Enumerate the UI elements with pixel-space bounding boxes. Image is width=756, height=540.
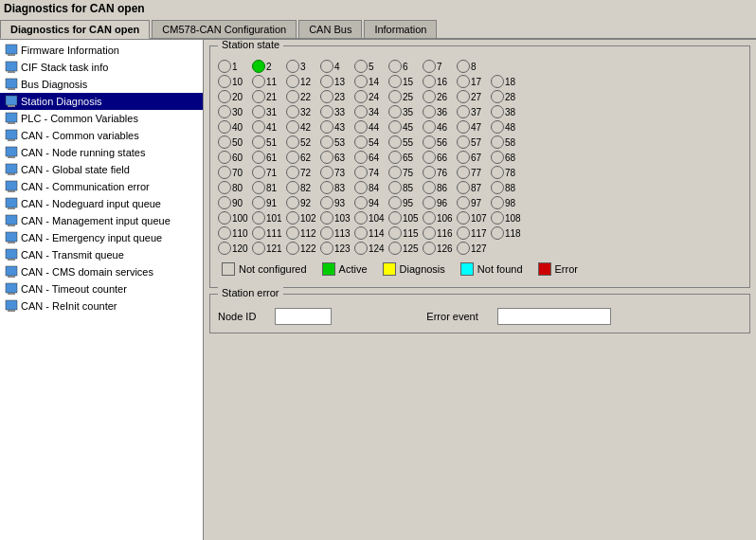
node-item[interactable]: 48 xyxy=(491,120,523,134)
node-item[interactable]: 103 xyxy=(320,211,352,225)
node-item[interactable]: 71 xyxy=(252,166,284,179)
node-item[interactable]: 23 xyxy=(320,90,352,103)
node-item[interactable]: 17 xyxy=(457,75,489,88)
node-item[interactable]: 40 xyxy=(218,120,250,134)
node-item[interactable]: 12 xyxy=(286,75,318,88)
sidebar-item-can-mgmt[interactable]: CAN - Management input queue xyxy=(0,212,203,229)
node-item[interactable]: 75 xyxy=(388,166,421,179)
sidebar-item-can-timeout[interactable]: CAN - Timeout counter xyxy=(0,280,203,297)
node-item[interactable]: 47 xyxy=(457,120,489,134)
sidebar-item-bus-diagnosis[interactable]: Bus Diagnosis xyxy=(0,76,203,93)
node-item[interactable]: 58 xyxy=(491,135,523,149)
node-item[interactable]: 117 xyxy=(457,226,489,240)
node-item[interactable]: 28 xyxy=(491,90,523,103)
sidebar-item-can-common[interactable]: CAN - Common variables xyxy=(0,127,203,144)
node-item[interactable]: 85 xyxy=(388,181,421,194)
sidebar-item-can-node-running[interactable]: CAN - Node running states xyxy=(0,144,203,161)
node-item[interactable]: 66 xyxy=(423,151,455,164)
node-item[interactable]: 105 xyxy=(388,211,421,225)
node-item[interactable]: 110 xyxy=(218,226,250,240)
node-item[interactable]: 84 xyxy=(354,181,387,194)
sidebar-item-station-diagnosis[interactable]: Station Diagnosis xyxy=(0,93,203,110)
node-item[interactable]: 41 xyxy=(252,120,284,134)
node-item[interactable]: 45 xyxy=(388,120,421,134)
node-item[interactable]: 124 xyxy=(354,242,387,255)
node-item[interactable]: 31 xyxy=(252,105,284,118)
node-item[interactable]: 81 xyxy=(252,181,284,194)
node-item[interactable]: 78 xyxy=(491,166,523,179)
node-item[interactable]: 6 xyxy=(388,60,421,73)
node-item[interactable]: 22 xyxy=(286,90,318,103)
node-item[interactable]: 118 xyxy=(491,226,523,240)
node-item[interactable]: 80 xyxy=(218,181,250,194)
tab-diagnostics[interactable]: Diagnostics for CAN open xyxy=(0,20,150,39)
node-item[interactable]: 16 xyxy=(423,75,455,88)
sidebar-item-can-nodeguard[interactable]: CAN - Nodeguard input queue xyxy=(0,195,203,212)
sidebar-item-can-global-state[interactable]: CAN - Global state field xyxy=(0,161,203,178)
node-item[interactable]: 30 xyxy=(218,105,250,118)
node-item[interactable]: 76 xyxy=(423,166,455,179)
node-item[interactable]: 112 xyxy=(286,226,318,240)
node-item[interactable]: 21 xyxy=(252,90,284,103)
node-item[interactable]: 54 xyxy=(354,135,387,149)
node-id-input[interactable] xyxy=(275,308,332,325)
node-item[interactable]: 113 xyxy=(320,226,352,240)
tab-cm578[interactable]: CM578-CAN Configuration xyxy=(152,20,297,38)
node-item[interactable]: 83 xyxy=(320,181,352,194)
node-item[interactable]: 77 xyxy=(457,166,489,179)
node-item[interactable]: 14 xyxy=(354,75,387,88)
node-item[interactable]: 20 xyxy=(218,90,250,103)
node-item[interactable]: 56 xyxy=(423,135,455,149)
sidebar-item-can-emergency[interactable]: CAN - Emergency input queue xyxy=(0,229,203,246)
node-item[interactable]: 3 xyxy=(286,60,318,73)
node-item[interactable]: 116 xyxy=(423,226,455,240)
node-item[interactable]: 106 xyxy=(423,211,455,225)
node-item[interactable]: 43 xyxy=(320,120,352,134)
node-item[interactable]: 52 xyxy=(286,135,318,149)
node-item[interactable]: 126 xyxy=(423,242,455,255)
node-item[interactable]: 11 xyxy=(252,75,284,88)
node-item[interactable]: 35 xyxy=(388,105,421,118)
error-event-input[interactable] xyxy=(497,308,611,325)
node-item[interactable]: 60 xyxy=(218,151,250,164)
sidebar-item-can-transmit[interactable]: CAN - Transmit queue xyxy=(0,246,203,263)
node-item[interactable]: 5 xyxy=(354,60,387,73)
node-item[interactable]: 38 xyxy=(491,105,523,118)
node-item[interactable]: 44 xyxy=(354,120,387,134)
sidebar-item-can-comm-error[interactable]: CAN - Communication error xyxy=(0,178,203,195)
node-item[interactable]: 7 xyxy=(423,60,455,73)
node-item[interactable]: 93 xyxy=(320,196,352,209)
sidebar-item-can-reinit[interactable]: CAN - ReInit counter xyxy=(0,297,203,315)
node-item[interactable]: 63 xyxy=(320,151,352,164)
node-item[interactable]: 26 xyxy=(423,90,455,103)
node-item[interactable]: 70 xyxy=(218,166,250,179)
node-item[interactable]: 10 xyxy=(218,75,250,88)
node-item[interactable]: 72 xyxy=(286,166,318,179)
node-item[interactable]: 50 xyxy=(218,135,250,149)
node-item[interactable]: 123 xyxy=(320,242,352,255)
node-item[interactable]: 120 xyxy=(218,242,250,255)
node-item[interactable]: 115 xyxy=(388,226,421,240)
sidebar-item-can-cms[interactable]: CAN - CMS domain services xyxy=(0,263,203,280)
node-item[interactable]: 100 xyxy=(218,211,250,225)
node-item[interactable]: 104 xyxy=(354,211,387,225)
node-item[interactable]: 88 xyxy=(491,181,523,194)
node-item[interactable]: 107 xyxy=(457,211,489,225)
node-item[interactable]: 64 xyxy=(354,151,387,164)
node-item[interactable]: 74 xyxy=(354,166,387,179)
node-item[interactable]: 34 xyxy=(354,105,387,118)
node-item[interactable]: 111 xyxy=(252,226,284,240)
node-item[interactable]: 95 xyxy=(388,196,421,209)
node-item[interactable]: 65 xyxy=(388,151,421,164)
node-item[interactable]: 27 xyxy=(457,90,489,103)
node-item[interactable]: 4 xyxy=(320,60,352,73)
sidebar-item-cif-stack[interactable]: CIF Stack task info xyxy=(0,59,203,76)
node-item[interactable]: 97 xyxy=(457,196,489,209)
node-item[interactable]: 125 xyxy=(388,242,421,255)
node-item[interactable]: 108 xyxy=(491,211,523,225)
node-item[interactable]: 15 xyxy=(388,75,421,88)
node-item[interactable]: 87 xyxy=(457,181,489,194)
node-item[interactable]: 37 xyxy=(457,105,489,118)
node-item[interactable]: 55 xyxy=(388,135,421,149)
sidebar-item-plc-common[interactable]: PLC - Common Variables xyxy=(0,110,203,127)
